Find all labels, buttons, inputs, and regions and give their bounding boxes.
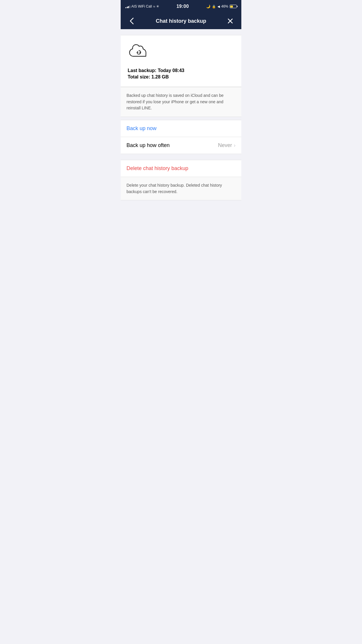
- signal-bar-4: [129, 6, 130, 8]
- battery-icon: [230, 5, 237, 8]
- frequency-value-container: Never ›: [218, 142, 236, 148]
- signal-bar-2: [127, 7, 128, 8]
- cloud-icon-wrapper: [128, 43, 234, 62]
- battery-percent: 46%: [221, 4, 228, 8]
- mid-gap-2: [121, 154, 241, 160]
- bottom-fill: [121, 200, 241, 259]
- status-time: 19:00: [176, 4, 189, 9]
- signal-bar-3: [128, 6, 129, 8]
- top-gap: [121, 29, 241, 35]
- back-up-frequency-row[interactable]: Back up how often Never ›: [121, 137, 241, 154]
- frequency-value-text: Never: [218, 142, 232, 148]
- carrier-label: AIS WiFi Call: [131, 4, 152, 8]
- delete-notice-text: Delete your chat history backup. Deleted…: [126, 182, 236, 195]
- back-button[interactable]: [126, 16, 137, 26]
- moon-icon: 🌙: [206, 4, 210, 8]
- backup-info-card: Last backup: Today 08:43 Total size: 1.2…: [121, 35, 241, 87]
- delete-notice: Delete your chat history backup. Deleted…: [121, 177, 241, 200]
- location-icon: ◀: [217, 5, 220, 8]
- last-backup-label: Last backup: Today 08:43: [128, 68, 234, 73]
- page-title: Chat history backup: [156, 18, 206, 24]
- back-up-now-row[interactable]: Back up now: [121, 120, 241, 137]
- status-bar: AIS WiFi Call ≈ ✳ 19:00 🌙 🔒 ◀ 46%: [121, 0, 241, 13]
- delete-backup-row[interactable]: Delete chat history backup: [121, 160, 241, 177]
- wifi-icon: ≈: [153, 4, 155, 9]
- backup-meta: Last backup: Today 08:43 Total size: 1.2…: [128, 68, 234, 80]
- battery-fill: [230, 6, 233, 8]
- back-up-now-label[interactable]: Back up now: [126, 125, 157, 131]
- delete-backup-label[interactable]: Delete chat history backup: [126, 165, 188, 171]
- info-notice-text: Backed up chat history is saved on iClou…: [126, 92, 236, 111]
- chevron-right-icon: ›: [234, 142, 236, 148]
- signal-bar-1: [125, 7, 126, 8]
- battery-container: [230, 5, 237, 8]
- mid-gap-1: [121, 117, 241, 120]
- signal-bars: [125, 5, 130, 8]
- total-size-label: Total size: 1.28 GB: [128, 74, 234, 80]
- frequency-label: Back up how often: [126, 142, 170, 148]
- lock-icon: 🔒: [212, 5, 216, 8]
- activity-icon: ✳: [156, 4, 159, 8]
- status-left: AIS WiFi Call ≈ ✳: [125, 4, 159, 9]
- nav-bar: Chat history backup: [121, 13, 241, 29]
- content-area: Last backup: Today 08:43 Total size: 1.2…: [121, 29, 241, 259]
- info-notice: Backed up chat history is saved on iClou…: [121, 87, 241, 117]
- close-button[interactable]: [225, 16, 236, 26]
- status-right: 🌙 🔒 ◀ 46%: [206, 4, 237, 8]
- cloud-backup-icon: [128, 43, 151, 61]
